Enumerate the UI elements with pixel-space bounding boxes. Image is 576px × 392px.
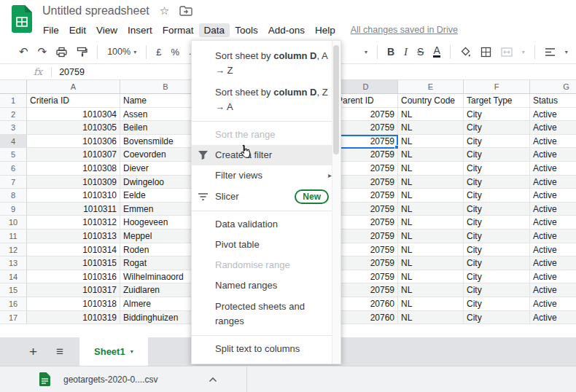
menu-item-split-text-to-columns[interactable]: Split text to columns <box>192 339 340 359</box>
row-number[interactable]: 6 <box>0 162 27 176</box>
cell-g4[interactable]: Active <box>530 135 576 149</box>
cell-a14[interactable]: 1010316 <box>27 270 120 284</box>
cell-f5[interactable]: City <box>464 148 530 162</box>
menu-insert[interactable]: Insert <box>122 23 157 37</box>
cell-d11[interactable]: 20759 <box>334 230 398 243</box>
menu-file[interactable]: File <box>38 23 64 37</box>
cell-f10[interactable]: City <box>464 216 530 230</box>
cell-f1[interactable]: Target Type <box>464 94 530 108</box>
cell-e9[interactable]: NL <box>398 203 464 216</box>
cell-g16[interactable]: Active <box>530 297 576 311</box>
menu-edit[interactable]: Edit <box>64 23 91 37</box>
cell-d16[interactable]: 20760 <box>334 297 398 311</box>
cell-d6[interactable]: 20759 <box>334 162 398 176</box>
cell-f8[interactable]: City <box>464 189 530 203</box>
menu-item-data-validation[interactable]: Data validation <box>192 214 340 235</box>
cell-a8[interactable]: 1010310 <box>27 189 120 203</box>
menu-tools[interactable]: Tools <box>230 23 263 37</box>
cell-e2[interactable]: NL <box>398 108 464 122</box>
cell-e16[interactable]: NL <box>398 297 464 311</box>
sheets-logo[interactable] <box>12 5 32 33</box>
cell-a1[interactable]: Criteria ID <box>27 94 120 108</box>
cell-a6[interactable]: 1010308 <box>27 162 120 176</box>
cell-e15[interactable]: NL <box>398 283 464 297</box>
cell-g3[interactable]: Active <box>530 121 576 135</box>
column-header-d[interactable]: D <box>334 80 398 94</box>
cell-g1[interactable]: Status <box>530 94 576 108</box>
cell-a7[interactable]: 1010309 <box>27 176 120 189</box>
column-header-g[interactable]: G <box>530 80 576 94</box>
format-currency-button[interactable]: £ <box>156 47 161 58</box>
cell-f17[interactable]: City <box>464 311 530 325</box>
cell-a16[interactable]: 1010318 <box>27 297 120 311</box>
all-sheets-icon[interactable]: ≡ <box>56 345 63 359</box>
row-number[interactable]: 1 <box>0 94 27 108</box>
cell-g6[interactable]: Active <box>530 162 576 176</box>
formula-input[interactable]: 20759 <box>59 67 85 77</box>
cell-d1[interactable]: Parent ID <box>334 94 398 108</box>
cell-e1[interactable]: Country Code <box>398 94 464 108</box>
cell-d17[interactable]: 20760 <box>334 311 398 325</box>
row-number[interactable]: 7 <box>0 176 27 189</box>
horizontal-align-icon[interactable] <box>545 47 556 57</box>
cell-e12[interactable]: NL <box>398 243 464 257</box>
cell-g7[interactable]: Active <box>530 176 576 189</box>
cell-f12[interactable]: City <box>464 243 530 257</box>
cell-d14[interactable]: 20759 <box>334 270 398 284</box>
cell-g2[interactable]: Active <box>530 108 576 122</box>
row-number[interactable]: 17 <box>0 311 27 325</box>
cell-a4[interactable]: 1010306 <box>27 135 120 149</box>
cell-d5[interactable]: 20759 <box>334 148 398 162</box>
redo-icon[interactable]: ↷ <box>38 45 47 58</box>
cell-e7[interactable]: NL <box>398 176 464 189</box>
cell-a11[interactable]: 1010313 <box>27 230 120 243</box>
cell-d13[interactable]: 20759 <box>334 256 398 270</box>
row-number[interactable]: 4 <box>0 135 27 149</box>
menu-item-named-ranges[interactable]: Named ranges <box>192 275 340 296</box>
cell-e3[interactable]: NL <box>398 121 464 135</box>
cell-a13[interactable]: 1010315 <box>27 256 120 270</box>
cell-f9[interactable]: City <box>464 203 530 216</box>
row-number[interactable]: 16 <box>0 297 27 311</box>
save-status[interactable]: All changes saved in Drive <box>351 25 458 35</box>
menu-data[interactable]: Data <box>199 23 230 37</box>
cell-f15[interactable]: City <box>464 283 530 297</box>
cell-f2[interactable]: City <box>464 108 530 122</box>
bold-button[interactable]: B <box>387 46 394 58</box>
cell-g5[interactable]: Active <box>530 148 576 162</box>
cell-g9[interactable]: Active <box>530 203 576 216</box>
row-number[interactable]: 15 <box>0 283 27 297</box>
row-number[interactable]: 9 <box>0 203 27 216</box>
menu-format[interactable]: Format <box>157 23 199 37</box>
fill-color-icon[interactable] <box>460 47 471 58</box>
cell-d9[interactable]: 20759 <box>334 203 398 216</box>
menu-item-create-a-filter[interactable]: Create a filter <box>192 145 340 165</box>
cell-d12[interactable]: 20759 <box>334 243 398 257</box>
sheet-tab-sheet1[interactable]: Sheet1 ▾ <box>79 337 148 366</box>
cell-e8[interactable]: NL <box>398 189 464 203</box>
column-header-f[interactable]: F <box>464 80 530 94</box>
cell-a10[interactable]: 1010312 <box>27 216 120 230</box>
column-header-a[interactable]: A <box>27 80 120 94</box>
cell-a17[interactable]: 1010319 <box>27 311 120 325</box>
cell-d8[interactable]: 20759 <box>334 189 398 203</box>
zoom-select[interactable]: 100%▾ <box>107 47 136 57</box>
menu-item-protected-sheets-and-ranges[interactable]: Protected sheets and ranges <box>192 296 340 332</box>
document-title[interactable]: Untitled spreadsheet <box>42 4 149 17</box>
borders-icon[interactable] <box>480 47 491 58</box>
cell-g12[interactable]: Active <box>530 243 576 257</box>
cell-e14[interactable]: NL <box>398 270 464 284</box>
paint-format-icon[interactable] <box>77 47 87 58</box>
menu-item-sort-sheet-za[interactable]: Sort sheet by column D, Z → A <box>192 82 340 118</box>
undo-icon[interactable]: ↶ <box>19 45 28 58</box>
cell-g14[interactable]: Active <box>530 270 576 284</box>
menu-help[interactable]: Help <box>310 23 340 37</box>
cell-d4-selected[interactable]: 20759 <box>334 135 398 149</box>
cell-g13[interactable]: Active <box>530 256 576 270</box>
menu-item-filter-views[interactable]: Filter views ▸ <box>192 165 340 186</box>
cell-e6[interactable]: NL <box>398 162 464 176</box>
column-header-e[interactable]: E <box>398 80 464 94</box>
add-sheet-button[interactable]: + <box>29 344 37 360</box>
cell-d3[interactable]: 20759 <box>334 121 398 135</box>
cell-f3[interactable]: City <box>464 121 530 135</box>
